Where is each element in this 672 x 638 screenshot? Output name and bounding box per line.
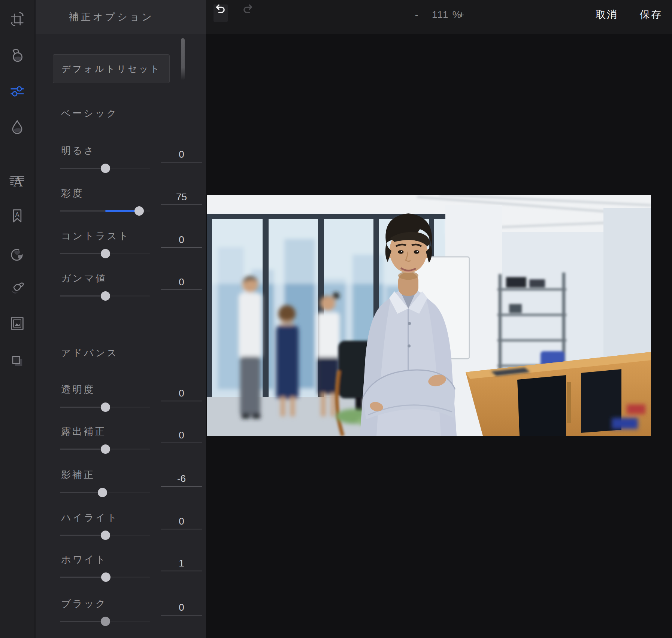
slider-value-field[interactable]: 0 — [161, 385, 202, 401]
overlay-icon — [9, 353, 25, 370]
slider-thumb[interactable] — [98, 488, 107, 497]
redo-icon — [242, 0, 253, 28]
slider-track[interactable] — [60, 535, 150, 536]
slider-thumb[interactable] — [101, 531, 110, 540]
slider-track[interactable] — [60, 449, 150, 450]
slider-row: 露出補正 0 — [36, 425, 207, 467]
slider-track-played — [60, 621, 105, 622]
slider-track[interactable] — [60, 295, 150, 297]
crop-rotate-tool[interactable] — [7, 9, 28, 30]
slider-thumb[interactable] — [101, 617, 110, 626]
editor-canvas — [206, 34, 672, 638]
brush-icon — [9, 280, 25, 298]
section-title: アドバンス — [61, 347, 188, 358]
slider-label: ハイライト — [61, 511, 118, 524]
slider-track[interactable] — [60, 253, 150, 254]
adjust-sliders-icon — [9, 83, 25, 101]
slider-value-field[interactable]: -6 — [161, 470, 202, 487]
droplet-icon — [9, 119, 25, 136]
slider-thumb[interactable] — [101, 444, 110, 454]
slider-label: ホワイト — [61, 553, 107, 566]
undo-icon — [215, 0, 226, 28]
slider-track[interactable] — [60, 407, 150, 408]
slider-thumb[interactable] — [101, 249, 110, 258]
slider-value-field[interactable]: 0 — [161, 274, 202, 290]
slider-track[interactable] — [60, 621, 150, 622]
filter-flask-tool[interactable] — [7, 45, 28, 66]
slider-label: 明るさ — [61, 144, 95, 157]
frame-icon — [9, 315, 25, 333]
cancel-button[interactable]: 取消 — [588, 0, 626, 29]
text-effect-icon: A — [9, 173, 25, 190]
slider-value-field[interactable]: 0 — [161, 231, 202, 248]
zoom-in-button[interactable]: + — [454, 0, 469, 29]
zoom-out-button[interactable]: - — [409, 0, 424, 29]
slider-thumb[interactable] — [101, 402, 110, 412]
undo-button[interactable] — [214, 4, 228, 22]
slider-label: 彩度 — [61, 186, 84, 200]
slider-value-field[interactable]: 0 — [161, 599, 202, 616]
svg-text:A: A — [13, 175, 23, 189]
filter-flask-icon — [9, 47, 25, 64]
slider-thumb[interactable] — [134, 206, 144, 216]
slider-track-played — [60, 253, 105, 254]
frame-tool[interactable] — [7, 313, 28, 334]
slider-track[interactable] — [60, 168, 150, 169]
panel-title: 補正オプション — [36, 0, 187, 34]
slider-thumb[interactable] — [101, 572, 111, 582]
slider-track-played — [60, 168, 105, 169]
section-title: ベーシック — [61, 107, 188, 119]
slider-track-played — [60, 492, 103, 493]
slider-row: ブラック 0 — [36, 597, 207, 638]
slider-label: コントラスト — [61, 229, 130, 243]
slider-label: 露出補正 — [61, 425, 106, 438]
slider-label: 透明度 — [61, 383, 95, 396]
slider-thumb[interactable] — [101, 291, 110, 301]
sticker-tool[interactable] — [7, 243, 28, 264]
svg-text:A: A — [15, 211, 19, 218]
slider-label: ブラック — [61, 597, 107, 610]
correction-panel: 補正オプション デフォルトリセット ベーシック 明るさ 0 彩度 75 コントラ… — [34, 0, 206, 638]
bookmark-text-icon: A — [9, 208, 25, 225]
slider-value-field[interactable]: 0 — [161, 427, 202, 443]
default-reset-button[interactable]: デフォルトリセット — [53, 54, 170, 83]
droplet-tool[interactable] — [7, 117, 28, 138]
slider-fill — [105, 210, 139, 212]
tool-sidebar: A A — [0, 0, 34, 638]
slider-track-played — [60, 577, 106, 578]
save-button[interactable]: 保存 — [632, 0, 670, 29]
slider-row: 明るさ 0 — [36, 144, 207, 186]
slider-row: ガンマ値 0 — [36, 271, 207, 314]
sticker-icon — [9, 245, 25, 262]
slider-row: 透明度 0 — [36, 383, 207, 425]
slider-track[interactable] — [60, 577, 150, 578]
slider-track-played — [60, 295, 105, 297]
slider-value-field[interactable]: 1 — [161, 555, 202, 571]
brush-tool[interactable] — [7, 278, 28, 299]
slider-row: コントラスト 0 — [36, 229, 207, 271]
panel-header: 補正オプション — [36, 0, 207, 34]
slider-track[interactable] — [60, 210, 150, 212]
slider-label: 影補正 — [61, 468, 95, 481]
slider-row: ホワイト 1 — [36, 553, 207, 595]
slider-track-played — [60, 535, 105, 536]
slider-value-field[interactable]: 0 — [161, 513, 202, 529]
slider-track-played — [60, 407, 105, 408]
slider-label: ガンマ値 — [61, 271, 107, 285]
crop-rotate-icon — [9, 11, 25, 28]
bookmark-text-tool[interactable]: A — [7, 206, 28, 227]
top-bar: - 111 % + 取消 保存 — [206, 0, 672, 34]
slider-value-field[interactable]: 0 — [161, 146, 202, 162]
text-effect-tool[interactable]: A — [7, 171, 28, 192]
redo-button[interactable] — [239, 4, 256, 22]
panel-scrollbar[interactable] — [181, 38, 185, 80]
slider-row: 彩度 75 — [36, 186, 207, 229]
overlay-tool[interactable] — [7, 351, 28, 372]
slider-row: 影補正 -6 — [36, 468, 207, 510]
slider-track[interactable] — [60, 492, 150, 493]
slider-value-field[interactable]: 75 — [161, 189, 202, 205]
photo[interactable] — [207, 195, 651, 436]
slider-thumb[interactable] — [101, 164, 110, 173]
slider-row: ハイライト 0 — [36, 511, 207, 553]
adjust-sliders-tool[interactable] — [7, 81, 28, 102]
